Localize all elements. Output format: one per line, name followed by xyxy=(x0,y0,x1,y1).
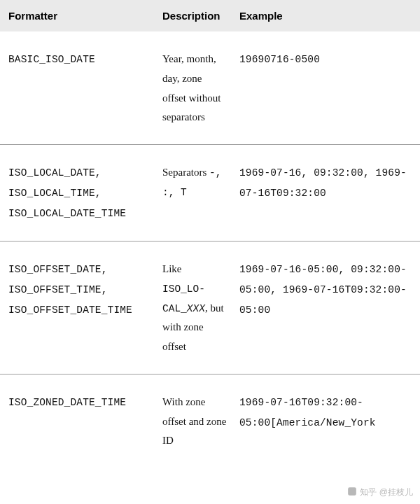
cell-formatter: ISO_LOCAL_DATE, ISO_LOCAL_TIME, ISO_LOCA… xyxy=(0,145,154,241)
cell-formatter: ISO_ZONED_DATE_TIME xyxy=(0,374,154,468)
desc-mono-italic: XXX xyxy=(187,303,205,314)
header-formatter: Formatter xyxy=(0,0,154,31)
cell-formatter: BASIC_ISO_DATE xyxy=(0,31,154,145)
table-row: ISO_ZONED_DATE_TIME With zone offset and… xyxy=(0,374,420,468)
cell-description: Like ISO_LO­CAL_XXX, but with zone offse… xyxy=(154,241,231,374)
table-row: BASIC_ISO_DATE Year, month, day, zone of… xyxy=(0,31,420,145)
header-row: Formatter Description Example xyxy=(0,0,420,31)
cell-example: 1969-07-16T09:32:00-05:00[America/New_Yo… xyxy=(231,374,420,468)
desc-text: Separators xyxy=(162,167,209,178)
header-description: Description xyxy=(154,0,231,31)
table-row: ISO_OFFSET_DATE, ISO_OFFSET_TIME, ISO_OF… xyxy=(0,241,420,374)
cell-description: Separators -, :, T xyxy=(154,145,231,241)
cell-formatter: ISO_OFFSET_DATE, ISO_OFFSET_TIME, ISO_OF… xyxy=(0,241,154,374)
cell-example: 19690716-0500 xyxy=(231,31,420,145)
zhihu-icon xyxy=(347,486,357,496)
cell-description: Year, month, day, zone offset without se… xyxy=(154,31,231,145)
svg-rect-0 xyxy=(349,487,357,496)
formatters-table-container: Formatter Description Example BASIC_ISO_… xyxy=(0,0,420,468)
watermark: 知乎 @挂枝儿 xyxy=(347,486,413,498)
header-example: Example xyxy=(231,0,420,31)
cell-example: 1969-07-16-05:00, 09:32:00-05:00, 1969-0… xyxy=(231,241,420,374)
cell-description: With zone offset and zone ID xyxy=(154,374,231,468)
desc-text: Like xyxy=(162,263,182,274)
watermark-text: 知乎 @挂枝儿 xyxy=(360,487,413,497)
formatters-table: Formatter Description Example BASIC_ISO_… xyxy=(0,0,420,468)
cell-example: 1969-07-16, 09:32:00, 1969-07-16T09:32:0… xyxy=(231,145,420,241)
table-row: ISO_LOCAL_DATE, ISO_LOCAL_TIME, ISO_LOCA… xyxy=(0,145,420,241)
